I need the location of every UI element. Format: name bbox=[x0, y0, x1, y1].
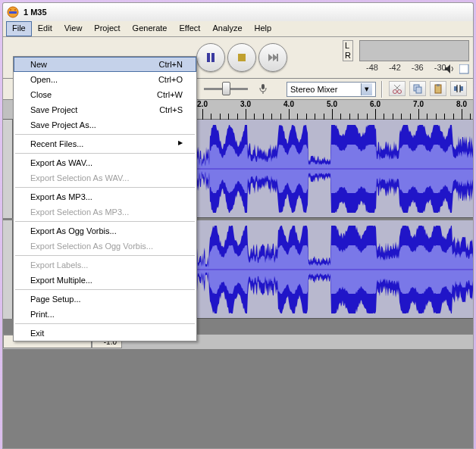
menu-item-export-selection-as-mp: Export Selection As MP3... bbox=[14, 204, 196, 220]
menu-item-label: Close bbox=[30, 90, 52, 99]
menu-edit[interactable]: Edit bbox=[32, 21, 58, 36]
menu-item-label: Save Project As... bbox=[30, 120, 96, 129]
menu-item-label: Export Selection As MP3... bbox=[30, 207, 129, 217]
menu-item-shortcut: Ctrl+O bbox=[158, 75, 183, 84]
svg-rect-19 bbox=[416, 87, 421, 93]
db-label: -36 bbox=[412, 63, 424, 72]
window-title: 1 M35 bbox=[23, 8, 47, 17]
menu-item-open[interactable]: Open...Ctrl+O bbox=[14, 72, 196, 87]
separator bbox=[381, 81, 383, 98]
menu-item-new[interactable]: NewCtrl+N bbox=[14, 57, 196, 72]
meter-channels: L R bbox=[343, 40, 353, 61]
submenu-arrow-icon: ▶ bbox=[178, 139, 183, 148]
menu-item-exit[interactable]: Exit bbox=[14, 326, 196, 341]
window-body: File Edit View Project Generate Effect A… bbox=[2, 21, 474, 449]
menu-separator bbox=[15, 289, 195, 290]
chevron-down-icon: ▾ bbox=[361, 83, 372, 95]
svg-rect-9 bbox=[277, 54, 278, 61]
menu-item-shortcut: Ctrl+S bbox=[159, 105, 183, 114]
menu-item-label: Export As WAV... bbox=[30, 158, 92, 167]
menu-analyze[interactable]: Analyze bbox=[206, 21, 248, 36]
file-menu-dropdown: NewCtrl+NOpen...Ctrl+OCloseCtrl+WSave Pr… bbox=[13, 56, 197, 341]
menu-item-export-labels: Export Labels... bbox=[14, 257, 196, 273]
svg-line-17 bbox=[394, 85, 399, 90]
track-panel[interactable] bbox=[3, 120, 13, 218]
menu-item-label: Export As MP3... bbox=[30, 192, 92, 201]
menu-separator bbox=[15, 134, 195, 135]
menu-item-label: Export Multiple... bbox=[30, 276, 92, 285]
menu-item-label: New bbox=[30, 60, 47, 69]
menu-item-export-as-ogg-vorbis[interactable]: Export As Ogg Vorbis... bbox=[14, 223, 196, 239]
menu-item-export-multiple[interactable]: Export Multiple... bbox=[14, 273, 196, 288]
db-label: -48 bbox=[366, 63, 378, 72]
stop-button[interactable] bbox=[227, 43, 256, 72]
menu-item-export-as-wav[interactable]: Export As WAV... bbox=[14, 155, 196, 170]
svg-rect-12 bbox=[261, 84, 265, 89]
svg-marker-7 bbox=[268, 54, 273, 61]
menu-item-label: Recent Files... bbox=[30, 139, 83, 148]
meter-r-label: R bbox=[345, 51, 352, 61]
ruler-label: 2.0 bbox=[197, 100, 208, 108]
menu-item-shortcut: Ctrl+W bbox=[157, 90, 183, 99]
svg-point-14 bbox=[393, 89, 397, 93]
menu-item-label: Export Labels... bbox=[30, 260, 88, 270]
copy-button[interactable] bbox=[409, 81, 426, 96]
menu-generate[interactable]: Generate bbox=[127, 21, 174, 36]
svg-rect-11 bbox=[459, 64, 468, 73]
svg-rect-23 bbox=[460, 86, 463, 91]
track-panel[interactable] bbox=[3, 220, 13, 319]
skip-end-button[interactable] bbox=[258, 43, 287, 72]
trim-button[interactable] bbox=[450, 81, 467, 96]
svg-rect-4 bbox=[207, 53, 210, 62]
menu-item-label: Save Project bbox=[30, 105, 77, 114]
menu-separator bbox=[15, 187, 195, 188]
menu-item-shortcut: Ctrl+N bbox=[159, 60, 183, 69]
svg-rect-21 bbox=[437, 84, 440, 86]
svg-point-3 bbox=[14, 9, 16, 11]
mic-icon bbox=[258, 83, 268, 95]
ruler-label: 3.0 bbox=[240, 100, 251, 108]
menu-item-export-selection-as-ogg-vorbis: Export Selection As Ogg Vorbis... bbox=[14, 239, 196, 254]
menu-item-export-selection-as-wav: Export Selection As WAV... bbox=[14, 170, 196, 186]
menu-effect[interactable]: Effect bbox=[173, 21, 206, 36]
cut-button[interactable] bbox=[389, 81, 406, 96]
svg-rect-6 bbox=[238, 54, 246, 61]
svg-rect-22 bbox=[454, 86, 457, 91]
ruler-label: 7.0 bbox=[413, 100, 424, 108]
paste-button[interactable] bbox=[430, 81, 446, 96]
app-icon bbox=[7, 6, 19, 18]
menu-item-print[interactable]: Print... bbox=[14, 307, 196, 322]
menu-item-label: Exit bbox=[30, 329, 44, 338]
menu-item-label: Export Selection As Ogg Vorbis... bbox=[30, 242, 153, 251]
menu-item-recent-files[interactable]: Recent Files...▶ bbox=[14, 136, 196, 151]
ruler-label: 5.0 bbox=[327, 100, 337, 108]
menu-item-export-as-mp[interactable]: Export As MP3... bbox=[14, 189, 196, 204]
menu-project[interactable]: Project bbox=[88, 21, 126, 36]
ruler-label: 6.0 bbox=[370, 100, 380, 108]
svg-point-2 bbox=[10, 9, 11, 11]
menu-item-save-project-as[interactable]: Save Project As... bbox=[14, 117, 196, 133]
input-volume-slider[interactable] bbox=[204, 88, 248, 90]
mute-checkbox[interactable] bbox=[459, 64, 469, 76]
menu-item-page-setup[interactable]: Page Setup... bbox=[14, 292, 196, 307]
menu-file[interactable]: File bbox=[6, 21, 32, 36]
menu-item-label: Page Setup... bbox=[30, 295, 81, 304]
speaker-icon bbox=[444, 64, 455, 76]
pause-button[interactable] bbox=[196, 43, 225, 72]
level-meter[interactable]: -48 -42 -36 -30 bbox=[359, 40, 469, 61]
menu-item-label: Export Selection As WAV... bbox=[30, 173, 129, 182]
menu-item-label: Export As Ogg Vorbis... bbox=[30, 226, 117, 235]
menu-item-close[interactable]: CloseCtrl+W bbox=[14, 87, 196, 102]
input-source-dropdown[interactable]: Stereo Mixer ▾ bbox=[287, 82, 376, 97]
menu-separator bbox=[15, 323, 195, 324]
menu-separator bbox=[15, 153, 195, 154]
menu-separator bbox=[15, 255, 195, 256]
title-bar: 1 M35 bbox=[2, 2, 474, 21]
menu-item-save-project[interactable]: Save ProjectCtrl+S bbox=[14, 102, 196, 117]
db-label: -42 bbox=[389, 63, 401, 72]
menu-separator bbox=[15, 221, 195, 222]
menu-view[interactable]: View bbox=[58, 21, 89, 36]
ruler-label: 4.0 bbox=[283, 100, 294, 108]
menu-help[interactable]: Help bbox=[249, 21, 278, 36]
empty-track-area[interactable] bbox=[3, 349, 473, 448]
